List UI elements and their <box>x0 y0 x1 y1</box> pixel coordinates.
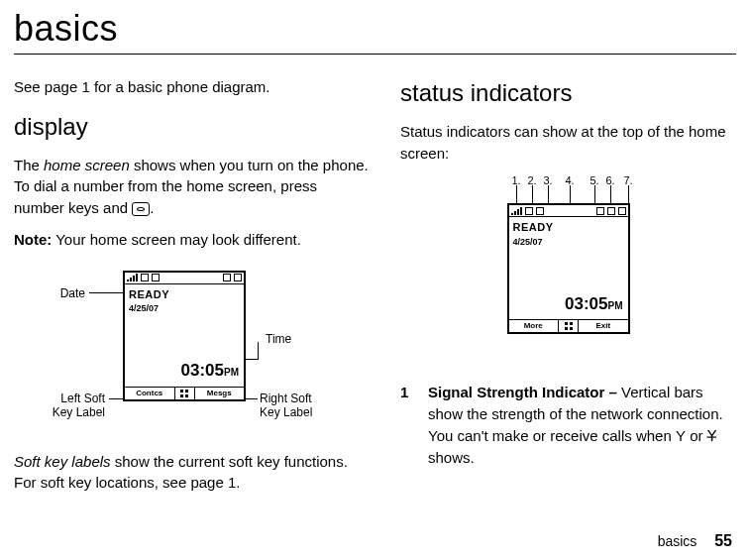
softkey-menu-icon <box>559 320 579 332</box>
phone-screen-right: READY 4/25/07 03:05PM More Exit <box>507 203 630 334</box>
softkey-right: Mesgs <box>195 388 245 399</box>
svg-rect-6 <box>565 327 568 330</box>
home-screen-term: home screen <box>44 157 130 173</box>
time-value: 03:05 <box>565 294 607 313</box>
status-icon <box>223 274 231 281</box>
svg-rect-3 <box>185 394 188 397</box>
status-icon <box>607 207 615 215</box>
softkey-left: Contcs <box>125 388 175 399</box>
callout-time: Time <box>266 332 291 346</box>
signal-icon <box>127 274 138 281</box>
home-screen-diagram: Date Time Left Soft Key Label Right Soft… <box>14 265 371 441</box>
phone-date: 4/25/07 <box>509 236 628 251</box>
page-title: basics <box>0 0 750 54</box>
status-intro: Status indicators can show at the top of… <box>400 121 736 165</box>
softkey-menu-icon <box>175 388 195 399</box>
phone-screen-left: READY 4/25/07 03:05PM Contcs Mesgs <box>123 271 246 401</box>
svg-rect-5 <box>570 322 573 325</box>
svg-rect-0 <box>180 390 183 392</box>
softkey-right: Exit <box>579 320 628 332</box>
footer-label: basics <box>658 533 697 549</box>
column-right: status indicators Status indicators can … <box>400 76 736 504</box>
time-ampm: PM <box>608 300 623 311</box>
phone-time: 03:05PM <box>181 359 239 384</box>
status-icon <box>596 207 604 215</box>
callout-right-soft-2: Key Label <box>260 405 312 419</box>
ready-label: READY <box>125 284 244 303</box>
display-para-prefix: The <box>14 157 44 173</box>
status-bar <box>509 205 628 217</box>
numbered-item-1: 1 Signal Strength Indicator – Vertical b… <box>400 382 736 468</box>
callout-right-soft-1: Right Soft <box>260 392 312 405</box>
svg-rect-7 <box>570 327 573 330</box>
phone-date: 4/25/07 <box>125 302 244 317</box>
leader-line <box>89 292 123 293</box>
callout-left-soft-2: Key Label <box>46 405 105 419</box>
item-end: shows. <box>428 449 475 466</box>
column-left: See page 1 for a basic phone diagram. di… <box>14 76 371 504</box>
status-icon <box>141 274 149 281</box>
ready-label: READY <box>509 217 628 236</box>
callout-date: Date <box>55 286 85 300</box>
leader-line <box>109 398 123 399</box>
no-signal-crossed-icon: Y̶ <box>707 425 716 447</box>
softkey-left: More <box>509 320 560 332</box>
note-paragraph: Note: Your home screen may look differen… <box>14 229 371 251</box>
softkey-bar: Contcs Mesgs <box>125 387 244 399</box>
note-label: Note: <box>14 231 52 248</box>
status-icon <box>152 274 160 281</box>
item-bold: Signal Strength Indicator – <box>428 384 617 400</box>
item-number: 1 <box>400 382 412 468</box>
content-columns: See page 1 for a basic phone diagram. di… <box>0 76 750 504</box>
display-para-after-icon: . <box>150 199 154 216</box>
status-indicator-diagram: 1. 2. 3. 4. 5. 6. 7. <box>440 173 697 372</box>
page-number: 55 <box>714 532 732 549</box>
svg-rect-2 <box>180 394 183 397</box>
leader-line <box>246 398 258 399</box>
note-text: Your home screen may look different. <box>52 231 301 248</box>
softkey-paragraph: Soft key labels show the current soft ke… <box>14 451 371 495</box>
display-paragraph-1: The home screen shows when you turn on t… <box>14 155 371 219</box>
status-bar <box>125 273 244 284</box>
title-underline <box>14 54 736 55</box>
item-text: Signal Strength Indicator – Vertical bar… <box>428 382 736 468</box>
softkey-term: Soft key labels <box>14 453 111 470</box>
softkey-bar: More Exit <box>509 319 628 332</box>
intro-text: See page 1 for a basic phone diagram. <box>14 76 371 98</box>
no-signal-icon: Y <box>676 425 686 447</box>
battery-icon <box>234 274 242 281</box>
svg-rect-4 <box>565 322 568 325</box>
phone-time: 03:05PM <box>565 292 622 317</box>
leader-line <box>258 342 259 360</box>
call-key-icon <box>132 202 150 216</box>
page-footer: basics 55 <box>658 532 732 550</box>
time-value: 03:05 <box>181 361 224 380</box>
svg-rect-1 <box>185 390 188 392</box>
signal-icon <box>511 207 522 215</box>
display-heading: display <box>14 110 371 145</box>
callout-left-soft-1: Left Soft <box>46 392 105 405</box>
status-indicators-heading: status indicators <box>400 76 736 111</box>
status-icon <box>525 207 533 215</box>
item-mid: or <box>686 427 707 444</box>
status-icon <box>536 207 544 215</box>
time-ampm: PM <box>224 367 239 378</box>
battery-icon <box>618 207 626 215</box>
